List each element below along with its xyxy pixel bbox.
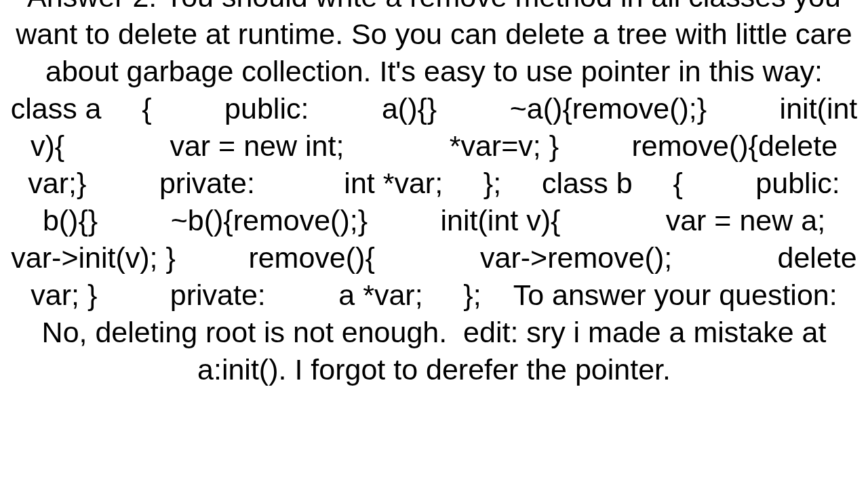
document-body: Answer 2: You should write a remove meth… — [0, 0, 868, 466]
